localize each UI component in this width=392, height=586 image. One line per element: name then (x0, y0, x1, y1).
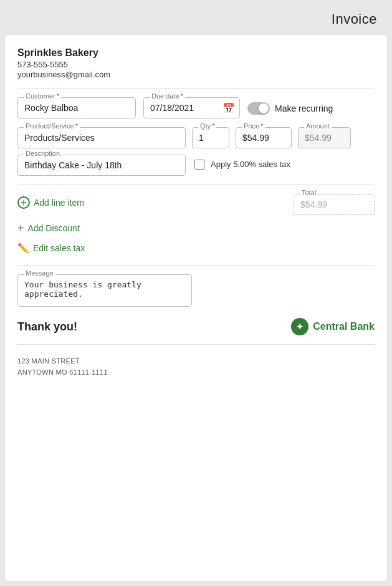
page-title: Invoice (332, 11, 377, 27)
sales-tax-checkbox[interactable] (194, 160, 204, 170)
add-discount-button[interactable]: + Add Discount (17, 223, 80, 234)
main-card: Sprinkles Bakery 573-555-5555 yourbusine… (5, 35, 387, 581)
make-recurring-toggle[interactable] (247, 102, 270, 115)
edit-sales-tax-label: Edit sales tax (33, 243, 85, 253)
circle-plus-icon: + (17, 196, 30, 209)
message-input[interactable]: Your business is greatly appreciated. (17, 274, 192, 307)
bank-icon: ✦ (291, 318, 308, 335)
make-recurring-label: Make recurring (275, 103, 333, 113)
product-input[interactable] (17, 127, 186, 148)
amount-field-group: Amount (298, 127, 351, 148)
desc-label: Description (24, 150, 62, 157)
message-field-group: Message Your business is greatly appreci… (17, 274, 192, 307)
pencil-icon: ✏️ (17, 243, 29, 254)
bank-name: Central Bank (313, 321, 375, 332)
product-field-group: Product/Service* (17, 127, 186, 148)
price-input[interactable] (236, 127, 292, 148)
business-name: Sprinkles Bakery (17, 47, 375, 59)
message-section: Message Your business is greatly appreci… (17, 274, 375, 307)
due-date-input[interactable] (143, 97, 240, 118)
page-wrapper: Invoice Sprinkles Bakery 573-555-5555 yo… (0, 0, 392, 586)
footer-row: Thank you! ✦ Central Bank (17, 318, 375, 335)
total-field-group: Total (294, 194, 375, 215)
total-input (294, 194, 375, 215)
amount-label: Amount (304, 122, 332, 130)
divider-1 (17, 88, 375, 89)
add-line-item-button[interactable]: + Add line item (17, 196, 84, 209)
sales-tax-label: Apply 5.00% sales tax (211, 160, 290, 170)
footer-address: 123 MAIN STREET ANYTOWN MO 61111-1111 (17, 356, 375, 378)
desc-field-group: Description (17, 155, 186, 176)
description-row: Description Apply 5.00% sales tax (17, 155, 375, 176)
customer-input[interactable] (17, 97, 136, 118)
address-line1: 123 MAIN STREET (17, 356, 375, 367)
customer-field-group: Customer* (17, 97, 136, 118)
sales-tax-wrapper: Apply 5.00% sales tax (194, 160, 290, 170)
toggle-knob (259, 103, 269, 113)
desc-input[interactable] (17, 155, 186, 176)
address-line2: ANYTOWN MO 61111-1111 (17, 367, 375, 378)
customer-due-date-row: Customer* Due date* 📅 Make recurr (17, 97, 375, 118)
price-field-group: Price* (236, 127, 292, 148)
business-phone: 573-555-5555 (17, 60, 375, 69)
thank-you-text: Thank you! (17, 320, 77, 334)
add-line-item-label: Add line item (34, 198, 84, 208)
amount-input (298, 127, 351, 148)
bank-logo: ✦ Central Bank (291, 318, 375, 335)
actions-row: + Add line item Total (17, 194, 375, 215)
edit-sales-tax-button[interactable]: ✏️ Edit sales tax (17, 243, 85, 254)
plus-icon: + (17, 223, 24, 234)
product-label: Product/Service* (24, 122, 80, 130)
customer-label: Customer* (24, 92, 61, 100)
message-label: Message (24, 269, 55, 277)
qty-label: Qty* (198, 122, 216, 130)
total-label: Total (300, 189, 318, 196)
divider-4 (17, 344, 375, 345)
divider-2 (17, 185, 375, 185)
business-email: yourbusiness@gmail.com (17, 70, 375, 79)
top-header: Invoice (0, 0, 392, 35)
qty-input[interactable] (192, 127, 229, 148)
add-discount-label: Add Discount (28, 223, 80, 233)
make-recurring-wrapper: Make recurring (247, 102, 333, 115)
date-wrapper: 📅 (143, 97, 240, 118)
due-date-field-group: Due date* 📅 (143, 97, 240, 118)
divider-3 (17, 265, 375, 266)
product-row: Product/Service* Qty* Price* Amoun (17, 127, 375, 148)
qty-field-group: Qty* (192, 127, 229, 148)
due-date-label: Due date* (150, 92, 185, 100)
price-label: Price* (242, 122, 265, 130)
